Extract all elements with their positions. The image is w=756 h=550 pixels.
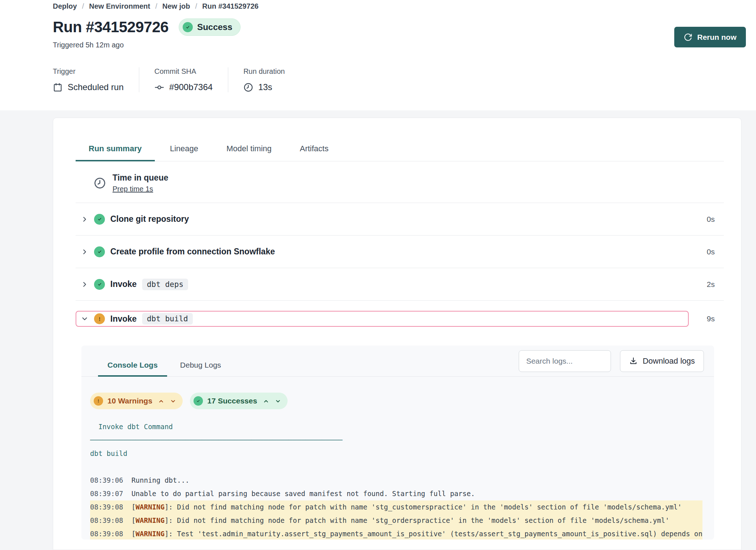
- tab-debug-logs[interactable]: Debug Logs: [171, 361, 230, 377]
- refresh-icon: [684, 33, 692, 42]
- breadcrumb-separator: /: [155, 2, 157, 10]
- step-label: Invoke: [110, 314, 137, 324]
- log-timestamp: 08:39:06: [90, 476, 123, 484]
- meta-duration-label: Run duration: [243, 67, 285, 76]
- log-header: Console LogsDebug Logs Download logs: [81, 346, 714, 377]
- next-success-button[interactable]: [275, 398, 281, 404]
- tab-artifacts[interactable]: Artifacts: [287, 144, 341, 161]
- successes-badge[interactable]: 17 Successes: [190, 393, 288, 409]
- page-header: Deploy/New Environment/New job/Run #3415…: [0, 0, 756, 110]
- breadcrumb-separator: /: [82, 2, 84, 10]
- meta-duration-value: 13s: [258, 82, 272, 92]
- log-panel: Console LogsDebug Logs Download logs: [81, 346, 714, 540]
- warning-label: WARNING: [136, 516, 165, 524]
- tab-run-summary[interactable]: Run summary: [76, 144, 155, 161]
- log-line: Invoke dbt Command: [90, 420, 702, 433]
- calendar-icon: [53, 82, 63, 92]
- run-card: Run summaryLineageModel timingArtifacts …: [53, 118, 742, 550]
- status-badge: Success: [179, 18, 241, 36]
- warnings-badge[interactable]: 10 Warnings: [90, 393, 183, 409]
- time-in-queue-title: Time in queue: [112, 173, 168, 183]
- step-clone-git-repository[interactable]: Clone git repository: [76, 203, 693, 235]
- step-invoke-dbt-deps[interactable]: Invokedbt deps: [76, 268, 693, 300]
- meta-duration: Run duration 13s: [228, 67, 300, 92]
- breadcrumb-item[interactable]: New Environment: [89, 2, 150, 10]
- step-create-profile-from-connection-snowflake[interactable]: Create profile from connection Snowflake: [76, 236, 693, 268]
- log-line: [90, 460, 702, 474]
- chevron-right-icon: [81, 280, 89, 288]
- meta-trigger-label: Trigger: [53, 67, 124, 76]
- tab-model-timing[interactable]: Model timing: [213, 144, 285, 161]
- chevron-down-icon: [81, 315, 89, 323]
- clock-icon: [94, 177, 106, 189]
- git-commit-icon: [154, 82, 164, 92]
- previous-success-button[interactable]: [263, 398, 269, 404]
- step-row: Invokedbt deps2s: [76, 268, 724, 301]
- run-meta: Trigger Scheduled run Commit SHA #900b73…: [53, 67, 746, 92]
- success-icon: [183, 22, 193, 32]
- meta-commit-label: Commit SHA: [154, 67, 213, 76]
- download-icon: [629, 357, 638, 365]
- log-line: 08:39:07 Unable to do partial parsing be…: [90, 487, 702, 500]
- log-line: ────────────────────────────────────────…: [90, 433, 702, 447]
- step-label: Create profile from connection Snowflake: [110, 247, 275, 257]
- rerun-now-label: Rerun now: [697, 33, 737, 42]
- step-row: Invokedbt build9s: [76, 301, 724, 337]
- page-title: Run #341529726: [53, 18, 169, 36]
- warnings-badge-label: 10 Warnings: [107, 397, 152, 405]
- chevron-down-icon: [275, 398, 281, 404]
- rerun-now-button[interactable]: Rerun now: [674, 27, 746, 47]
- step-row: Clone git repository0s: [76, 203, 724, 236]
- status-badge-label: Success: [197, 22, 232, 32]
- previous-warning-button[interactable]: [158, 398, 164, 404]
- triggered-time: Triggered 5h 12m ago: [53, 41, 746, 49]
- chevron-down-icon: [170, 398, 176, 404]
- prep-time-link[interactable]: Prep time 1s: [112, 185, 153, 193]
- log-timestamp: 08:39:08: [90, 503, 123, 511]
- breadcrumb-item[interactable]: Deploy: [53, 2, 77, 10]
- log-timestamp: 08:39:07: [90, 490, 123, 498]
- breadcrumb-item[interactable]: New job: [162, 2, 190, 10]
- step-invoke-dbt-build[interactable]: Invokedbt build: [76, 311, 689, 327]
- breadcrumb: Deploy/New Environment/New job/Run #3415…: [53, 2, 746, 10]
- tab-console-logs[interactable]: Console Logs: [98, 361, 167, 377]
- step-duration: 0s: [693, 248, 724, 256]
- next-warning-button[interactable]: [170, 398, 176, 404]
- step-duration: 2s: [693, 280, 724, 289]
- tab-lineage[interactable]: Lineage: [157, 144, 211, 161]
- log-line: 08:39:06 Running dbt...: [90, 474, 702, 487]
- step-command-chip: dbt build: [142, 313, 193, 325]
- log-timestamp: 08:39:08: [90, 516, 123, 524]
- log-badges-row: 10 Warnings 17 Successes: [90, 393, 714, 409]
- breadcrumb-separator: /: [195, 2, 197, 10]
- success-icon: [94, 246, 105, 257]
- step-row: Create profile from connection Snowflake…: [76, 236, 724, 268]
- success-icon: [94, 279, 105, 290]
- warning-icon: [94, 396, 103, 406]
- chevron-right-icon: [81, 215, 89, 223]
- log-line: dbt build: [90, 447, 702, 460]
- step-command-chip: dbt deps: [142, 279, 188, 290]
- chevron-right-icon: [81, 248, 89, 256]
- step-duration: 0s: [693, 215, 724, 224]
- meta-commit-value: #900b7364: [169, 82, 213, 92]
- meta-trigger-value: Scheduled run: [68, 82, 124, 92]
- warning-icon: [94, 313, 105, 324]
- breadcrumb-item: Run #341529726: [202, 2, 259, 10]
- step-label: Clone git repository: [110, 214, 189, 224]
- meta-commit: Commit SHA #900b7364: [139, 67, 228, 92]
- download-logs-button[interactable]: Download logs: [620, 350, 704, 372]
- log-tabs: Console LogsDebug Logs: [81, 346, 519, 376]
- search-logs-input[interactable]: [519, 350, 611, 372]
- success-icon: [94, 214, 105, 225]
- meta-trigger: Trigger Scheduled run: [53, 67, 139, 92]
- warning-label: WARNING: [136, 530, 165, 538]
- content-area: Run summaryLineageModel timingArtifacts …: [0, 110, 756, 550]
- time-in-queue-row: Time in queue Prep time 1s: [76, 161, 724, 203]
- title-row: Run #341529726 Success: [53, 18, 746, 36]
- warning-label: WARNING: [136, 503, 165, 511]
- log-line: 08:39:08 [WARNING]: Did not find matchin…: [90, 500, 702, 514]
- run-tabs: Run summaryLineageModel timingArtifacts: [76, 144, 724, 161]
- chevron-up-icon: [263, 398, 269, 404]
- chevron-up-icon: [158, 398, 164, 404]
